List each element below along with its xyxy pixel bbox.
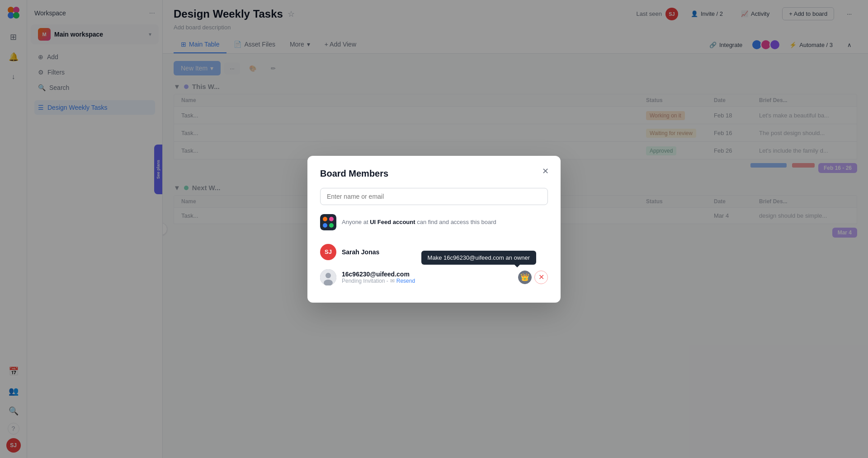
notice-brand: UI Feed account: [370, 219, 415, 225]
sarah-name: Sarah Jonas: [342, 248, 548, 256]
notice-prefix: Anyone at: [342, 219, 370, 225]
board-members-modal: Board Members ✕ Anyone at UI Feed accoun…: [307, 156, 561, 303]
resend-link[interactable]: Resend: [396, 278, 415, 284]
member-pending: 16c96230@uifeed.com Pending Invitation -…: [320, 265, 548, 290]
sarah-avatar: SJ: [320, 244, 336, 260]
member-search-input[interactable]: [320, 188, 548, 205]
pending-avatar: [320, 269, 336, 285]
pending-actions: Make 16c96230@uifeed.com an owner 👑 ✕: [518, 271, 548, 284]
pending-sub: Pending Invitation - ✉ Resend: [342, 278, 513, 284]
modal-close-button[interactable]: ✕: [539, 165, 552, 178]
make-owner-button[interactable]: 👑: [518, 271, 532, 284]
svg-point-8: [329, 223, 334, 228]
make-owner-container: Make 16c96230@uifeed.com an owner 👑: [518, 271, 532, 284]
remove-member-button[interactable]: ✕: [534, 271, 548, 284]
envelope-icon: ✉: [390, 278, 395, 284]
pending-info: 16c96230@uifeed.com Pending Invitation -…: [342, 271, 513, 284]
notice-text: Anyone at UI Feed account can find and a…: [342, 219, 496, 225]
sarah-info: Sarah Jonas: [342, 248, 548, 256]
svg-point-7: [323, 223, 327, 228]
modal-title: Board Members: [320, 168, 548, 179]
notice-suffix: can find and access this board: [415, 219, 496, 225]
svg-rect-4: [320, 214, 336, 230]
svg-point-5: [323, 217, 327, 221]
modal-overlay: Board Members ✕ Anyone at UI Feed accoun…: [0, 0, 868, 458]
member-sarah-jonas: SJ Sarah Jonas: [320, 239, 548, 265]
svg-point-6: [329, 217, 334, 221]
pending-email: 16c96230@uifeed.com: [342, 271, 513, 278]
account-notice: Anyone at UI Feed account can find and a…: [320, 214, 548, 230]
svg-point-10: [326, 273, 331, 278]
uifeed-icon: [320, 214, 336, 230]
